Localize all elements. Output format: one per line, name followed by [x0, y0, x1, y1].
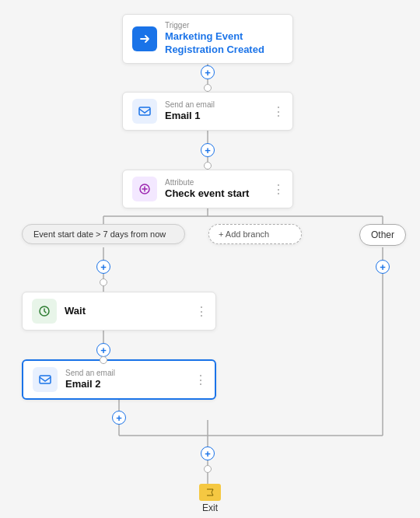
exit-icon: [199, 484, 221, 501]
email2-node: Send an email Email 2 ⋮: [22, 359, 216, 400]
branch-left-label: Event start date > 7 days from now: [33, 229, 166, 239]
email2-icon: [33, 367, 58, 392]
wait-title: Wait: [65, 305, 86, 318]
plus-button-3[interactable]: +: [96, 260, 110, 274]
wait-node: Wait ⋮: [22, 292, 216, 331]
email2-label: Send an email: [65, 369, 115, 378]
other-branch-node[interactable]: Other: [359, 224, 406, 246]
circle-dot-1: [204, 84, 212, 92]
plus-button-6[interactable]: +: [201, 446, 215, 460]
wait-text: Wait: [65, 305, 86, 318]
attr-icon: [138, 183, 151, 195]
svg-rect-22: [139, 107, 150, 115]
email1-label: Send an email: [165, 100, 215, 110]
trigger-label: Trigger: [165, 21, 283, 30]
plus-button-4[interactable]: +: [96, 343, 110, 357]
attribute-text: Attribute Check event start: [165, 178, 249, 201]
other-branch-label: Other: [371, 229, 394, 240]
exit-label: Exit: [202, 502, 218, 513]
clock-icon: [38, 305, 51, 317]
plus-button-1[interactable]: +: [201, 65, 215, 79]
circle-dot-5: [204, 465, 212, 473]
email1-icon: [132, 99, 157, 124]
wait-icon: [32, 299, 57, 324]
trigger-title: Marketing Event Registration Created: [165, 30, 283, 57]
branch-left-node[interactable]: Event start date > 7 days from now: [22, 224, 185, 244]
circle-dot-3: [100, 278, 107, 286]
attribute-title: Check event start: [165, 187, 249, 201]
plus-button-5[interactable]: +: [112, 411, 126, 425]
workflow-canvas: Trigger Marketing Event Registration Cre…: [0, 0, 420, 518]
email2-more-button[interactable]: ⋮: [194, 373, 207, 387]
flag-icon: [205, 488, 215, 497]
attribute-label: Attribute: [165, 178, 249, 187]
trigger-node: Trigger Marketing Event Registration Cre…: [122, 14, 293, 64]
exit-node: Exit: [199, 484, 221, 513]
email2-text: Send an email Email 2: [65, 369, 115, 391]
add-branch-node[interactable]: + Add branch: [208, 224, 302, 244]
wait-more-button[interactable]: ⋮: [195, 304, 208, 319]
plus-button-2[interactable]: +: [201, 143, 215, 157]
add-branch-label: + Add branch: [219, 229, 269, 239]
svg-rect-25: [40, 376, 51, 383]
email1-title: Email 1: [165, 110, 215, 123]
mail-icon-1: [138, 105, 151, 117]
attribute-more-button[interactable]: ⋮: [272, 182, 285, 197]
mail-icon-2: [39, 373, 51, 386]
arrow-icon: [138, 33, 151, 45]
email1-text: Send an email Email 1: [165, 100, 215, 123]
circle-dot-2: [204, 162, 212, 170]
circle-dot-4: [100, 356, 107, 364]
trigger-text: Trigger Marketing Event Registration Cre…: [165, 21, 283, 57]
email1-node: Send an email Email 1 ⋮: [122, 92, 293, 131]
trigger-icon: [132, 26, 157, 51]
attribute-node: Attribute Check event start ⋮: [122, 170, 293, 208]
plus-button-other[interactable]: +: [376, 260, 390, 274]
attribute-icon: [132, 177, 157, 201]
email2-title: Email 2: [65, 378, 115, 391]
email1-more-button[interactable]: ⋮: [272, 104, 285, 119]
